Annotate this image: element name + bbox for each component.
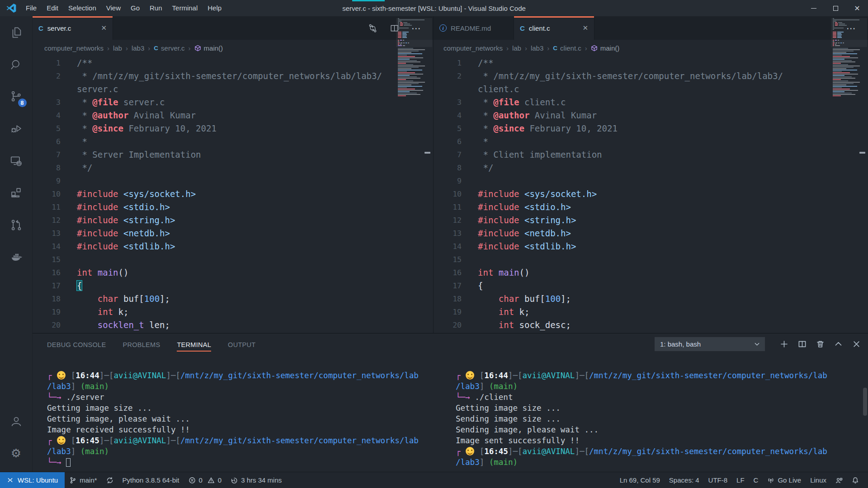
code-line[interactable]: 20 socklen_t len; bbox=[33, 319, 433, 332]
code-line[interactable]: 4 * @author Avinal Kumar bbox=[434, 109, 868, 122]
menu-go[interactable]: Go bbox=[126, 0, 145, 16]
code-line[interactable]: 15 bbox=[33, 253, 433, 266]
code-line[interactable]: 14#include <stdlib.h> bbox=[33, 240, 433, 253]
close-panel-icon[interactable] bbox=[852, 340, 861, 348]
search-icon[interactable] bbox=[0, 48, 33, 80]
menu-run[interactable]: Run bbox=[145, 0, 167, 16]
remote-explorer-icon[interactable] bbox=[0, 145, 33, 177]
tab-client-c[interactable]: C client.c ✕ bbox=[514, 16, 594, 40]
cursor-position-status[interactable]: Ln 69, Col 59 bbox=[615, 472, 665, 488]
breadcrumb-folder[interactable]: lab bbox=[512, 44, 521, 52]
code-line[interactable]: 12#include <string.h> bbox=[33, 214, 433, 227]
code-line[interactable]: 8 */ bbox=[434, 161, 868, 174]
language-mode-status[interactable]: C bbox=[749, 472, 763, 488]
code-line[interactable]: 2 * /mnt/z/my_git/sixth-semester/compute… bbox=[33, 70, 433, 83]
code-line[interactable]: 18 char buf[100]; bbox=[434, 292, 868, 305]
breadcrumb-folder[interactable]: lab3 bbox=[531, 44, 543, 52]
breadcrumb-right[interactable]: computer_networks › lab › lab3 › Cclient… bbox=[434, 40, 868, 56]
remote-indicator[interactable]: WSL: Ubuntu bbox=[0, 472, 65, 488]
code-line[interactable]: 16int main() bbox=[434, 266, 868, 279]
go-live-status[interactable]: Go Live bbox=[763, 472, 806, 488]
panel-tab-debug-console[interactable]: DEBUG CONSOLE bbox=[47, 333, 106, 355]
breadcrumb-folder[interactable]: computer_networks bbox=[443, 44, 503, 52]
code-line[interactable]: 10#include <sys/socket.h> bbox=[434, 188, 868, 201]
breadcrumb-folder[interactable]: lab3 bbox=[132, 44, 144, 52]
code-line[interactable]: 6 * bbox=[33, 135, 433, 148]
panel-tab-terminal[interactable]: TERMINAL bbox=[177, 333, 211, 355]
panel-tab-output[interactable]: OUTPUT bbox=[228, 333, 255, 355]
tab-readme-md[interactable]: i README.md bbox=[434, 16, 514, 40]
code-line[interactable]: 7 * Client implementation bbox=[434, 148, 868, 161]
code-editor-server[interactable]: 1/**2 * /mnt/z/my_git/sixth-semester/com… bbox=[33, 56, 433, 333]
breadcrumb-symbol[interactable]: main() bbox=[591, 44, 620, 52]
close-button[interactable]: ✕ bbox=[846, 0, 868, 16]
tab-close-icon[interactable]: ✕ bbox=[578, 24, 588, 32]
code-line[interactable]: 16int main() bbox=[33, 266, 433, 279]
terminal-client[interactable]: ┌ [16:44]─[avii@AVINAL]─[/mnt/z/my_git/s… bbox=[450, 370, 868, 468]
breadcrumb-file[interactable]: Cclient.c bbox=[553, 44, 581, 52]
maximize-button[interactable] bbox=[825, 0, 846, 16]
split-terminal-icon[interactable] bbox=[798, 340, 807, 348]
minimap-slider[interactable] bbox=[831, 18, 867, 47]
os-status[interactable]: Linux bbox=[806, 472, 831, 488]
breadcrumb-symbol[interactable]: main() bbox=[194, 44, 223, 52]
code-line[interactable]: 7 * Server Implementation bbox=[33, 148, 433, 161]
code-line[interactable]: 18 char buf[100]; bbox=[33, 292, 433, 305]
notifications-status[interactable] bbox=[847, 472, 865, 488]
open-changes-icon[interactable] bbox=[368, 23, 377, 33]
settings-gear-icon[interactable]: ⚙ bbox=[0, 437, 33, 469]
code-line[interactable]: 5 * @since February 10, 2021 bbox=[434, 122, 868, 135]
menu-edit[interactable]: Edit bbox=[42, 0, 63, 16]
menu-help[interactable]: Help bbox=[203, 0, 226, 16]
code-line[interactable]: 11#include <stdio.h> bbox=[33, 201, 433, 214]
code-line[interactable]: 3 * @file client.c bbox=[434, 96, 868, 109]
code-line[interactable]: 12#include <string.h> bbox=[434, 214, 868, 227]
sync-status[interactable] bbox=[102, 472, 118, 488]
docker-icon[interactable] bbox=[0, 241, 33, 273]
minimap[interactable] bbox=[398, 18, 430, 97]
code-line[interactable]: 9 bbox=[434, 174, 868, 188]
code-line[interactable]: 3 * @file server.c bbox=[33, 96, 433, 109]
code-line[interactable]: 19 int k; bbox=[434, 305, 868, 319]
code-line[interactable]: client.c bbox=[434, 83, 868, 96]
code-line[interactable]: 11#include <stdio.h> bbox=[434, 201, 868, 214]
menu-selection[interactable]: Selection bbox=[63, 0, 101, 16]
terminal-selector-dropdown[interactable]: 1: bash, bash bbox=[655, 337, 765, 351]
eol-status[interactable]: LF bbox=[732, 472, 749, 488]
git-branch-status[interactable]: main* bbox=[65, 472, 101, 488]
code-line[interactable]: 4 * @author Avinal Kumar bbox=[33, 109, 433, 122]
code-line[interactable]: 14#include <stdlib.h> bbox=[434, 240, 868, 253]
code-line[interactable]: 10#include <sys/socket.h> bbox=[33, 188, 433, 201]
run-debug-icon[interactable] bbox=[0, 113, 33, 145]
feedback-status[interactable] bbox=[831, 472, 847, 488]
python-interpreter-status[interactable]: Python 3.8.5 64-bit bbox=[118, 472, 184, 488]
accounts-icon[interactable] bbox=[0, 405, 33, 437]
minimap-slider[interactable] bbox=[396, 18, 432, 47]
menu-terminal[interactable]: Terminal bbox=[167, 0, 203, 16]
code-line[interactable]: 6 * bbox=[434, 135, 868, 148]
code-line[interactable]: 13#include <netdb.h> bbox=[33, 227, 433, 240]
breadcrumb-folder[interactable]: lab bbox=[113, 44, 122, 52]
code-line[interactable]: 9 bbox=[33, 174, 433, 188]
code-line[interactable]: 1/** bbox=[434, 56, 868, 70]
code-line[interactable]: server.c bbox=[33, 83, 433, 96]
code-line[interactable]: 19 int k; bbox=[33, 305, 433, 319]
tab-close-icon[interactable]: ✕ bbox=[96, 24, 107, 32]
terminal-scrollbar[interactable] bbox=[863, 388, 867, 416]
problems-status[interactable]: 0 0 bbox=[184, 472, 226, 488]
extensions-icon[interactable] bbox=[0, 177, 33, 209]
code-line[interactable]: 20 int sock_desc; bbox=[434, 319, 868, 332]
code-line[interactable]: 2 * /mnt/z/my_git/sixth-semester/compute… bbox=[434, 70, 868, 83]
code-line[interactable]: 17{ bbox=[33, 279, 433, 292]
code-line[interactable]: 17{ bbox=[434, 279, 868, 292]
minimap[interactable] bbox=[833, 18, 865, 97]
code-editor-client[interactable]: 1/**2 * /mnt/z/my_git/sixth-semester/com… bbox=[434, 56, 868, 333]
code-line[interactable]: 5 * @since February 10, 2021 bbox=[33, 122, 433, 135]
kill-terminal-trash-icon[interactable] bbox=[816, 340, 825, 348]
scrollbar-handle[interactable] bbox=[859, 152, 865, 154]
terminal-server[interactable]: ┌ [16:44]─[avii@AVINAL]─[/mnt/z/my_git/s… bbox=[33, 370, 450, 468]
tab-server-c[interactable]: C server.c ✕ bbox=[33, 16, 113, 40]
code-line[interactable]: 1/** bbox=[33, 56, 433, 70]
menu-view[interactable]: View bbox=[101, 0, 126, 16]
indentation-status[interactable]: Spaces: 4 bbox=[665, 472, 704, 488]
